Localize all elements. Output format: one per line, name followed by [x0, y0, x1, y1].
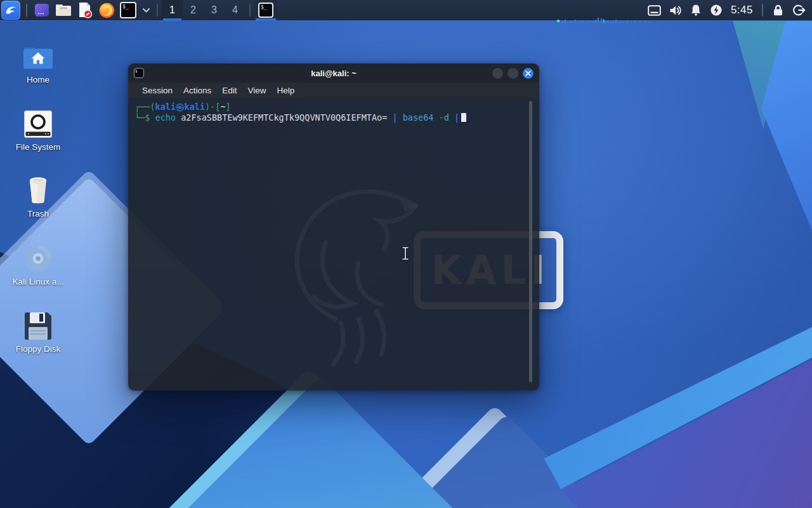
file-manager-launcher[interactable]: [55, 1, 72, 19]
desktop-icon-file-system[interactable]: File System: [5, 102, 71, 152]
terminal-icon: $_: [120, 2, 136, 18]
panel-separator: [249, 4, 251, 17]
workspace-3[interactable]: 3: [204, 0, 225, 20]
file-manager-icon: [55, 3, 72, 17]
kali-dragon-watermark: [265, 168, 429, 377]
command-argument: a2FsaSBBTEw9KEFMTCkgTk9QQVNTV0Q6IEFMTAo=: [181, 112, 387, 123]
menu-edit[interactable]: Edit: [222, 86, 237, 95]
command-base64: base64: [403, 112, 434, 123]
workspace-number: 3: [211, 4, 217, 16]
window-menubar: Session Actions Edit View Help: [128, 83, 539, 98]
workspace-number: 4: [232, 4, 238, 16]
power-manager-icon: [710, 4, 723, 17]
lock-screen-button[interactable]: [772, 4, 784, 17]
terminal-window: kali@kali: ~ $ Session Actions Edit View…: [128, 64, 539, 391]
menu-help[interactable]: Help: [277, 86, 295, 95]
menu-view[interactable]: View: [248, 86, 266, 95]
logout-icon: [792, 4, 806, 17]
command-echo: echo: [155, 112, 176, 123]
terminal-icon: $_: [258, 3, 273, 18]
text-editor-launcher[interactable]: [76, 1, 94, 19]
prompt-frame-close: ]: [226, 102, 231, 112]
appfinder-launcher[interactable]: [33, 1, 51, 19]
firefox-launcher[interactable]: [98, 1, 115, 19]
terminal-scrollbar[interactable]: [529, 101, 532, 382]
optical-disc-icon: [24, 243, 52, 272]
network-monitor-graph[interactable]: [557, 14, 658, 19]
panel-separator: [26, 4, 27, 17]
notifications-tray-button[interactable]: [690, 4, 702, 17]
desktop-icon-floppy[interactable]: Floppy Disk: [5, 304, 71, 354]
terminal-cursor: [461, 113, 466, 122]
chevron-down-icon: [143, 8, 150, 13]
prompt-line-1: ┌──(kali㉿kali)-[~]: [134, 102, 533, 112]
prompt-frame-mid: )-[: [205, 102, 220, 112]
workspace-number: 2: [190, 4, 196, 16]
desktop-icon-kali-cd[interactable]: Kali Linux a...: [5, 237, 71, 286]
maximize-button[interactable]: [508, 68, 518, 79]
prompt-path: ~: [220, 102, 225, 112]
window-terminal-icon: $: [134, 68, 144, 78]
terminal-content[interactable]: ┌──(kali㉿kali)-[~] └─$ echo a2FsaSBBTEw9…: [128, 98, 539, 391]
trash-bin-icon: [25, 175, 51, 204]
menu-session[interactable]: Session: [142, 86, 173, 95]
menu-actions[interactable]: Actions: [183, 86, 211, 95]
command-flag: -d: [439, 112, 449, 123]
desktop-icon-home[interactable]: Home: [5, 35, 71, 84]
minimize-button[interactable]: [492, 68, 503, 79]
ibeam-cursor: [401, 246, 410, 260]
volume-icon: [669, 4, 682, 17]
text-editor-icon: [77, 2, 93, 18]
prompt-line-2: └─$ echo a2FsaSBBTEw9KEFMTCkgTk9QQVNTV0Q…: [134, 112, 533, 123]
appfinder-icon: [34, 3, 49, 18]
pipe-operator: |: [392, 112, 397, 123]
power-manager-tray-button[interactable]: [710, 4, 723, 17]
kali-menu-icon: [4, 4, 17, 17]
pipe-operator: |: [454, 112, 459, 123]
desktop-icon-label: Floppy Disk: [16, 344, 61, 354]
desktop-icon-trash[interactable]: Trash: [5, 169, 71, 218]
desktop-icon-label: Trash: [27, 209, 49, 218]
terminal-launcher[interactable]: $_: [119, 1, 137, 19]
prompt-frame-open: ┌──(: [134, 102, 155, 112]
workspace-number: 1: [169, 4, 175, 16]
notifications-bell-icon: [690, 4, 702, 17]
window-titlebar[interactable]: kali@kali: ~ $: [128, 64, 539, 83]
close-button[interactable]: [523, 68, 534, 79]
prompt-user: kali㉿kali: [155, 102, 206, 112]
close-icon: [525, 70, 531, 76]
volume-tray-button[interactable]: [669, 4, 682, 17]
logout-button[interactable]: [792, 4, 806, 17]
top-panel: $_ 1 2 3 4 $_: [0, 0, 812, 21]
desktop-icon-label: Kali Linux a...: [12, 277, 63, 286]
file-system-drive-icon: [24, 109, 52, 138]
desktop-icon-label: Home: [27, 75, 49, 84]
workspace-4[interactable]: 4: [225, 0, 246, 20]
prompt-symbol: └─$: [134, 112, 150, 123]
system-tray: 5:45: [648, 4, 812, 17]
window-title: kali@kali: ~: [128, 69, 539, 78]
workspace-1[interactable]: 1: [162, 0, 183, 20]
floppy-disk-icon: [25, 311, 51, 340]
home-folder-icon: [23, 41, 53, 70]
kali-menu-button[interactable]: [1, 1, 20, 20]
panel-separator: [762, 4, 763, 17]
panel-separator: [157, 4, 158, 17]
panel-clock[interactable]: 5:45: [731, 4, 753, 17]
workspace-2[interactable]: 2: [183, 0, 204, 20]
firefox-icon: [99, 3, 115, 18]
terminal-launcher-dropdown[interactable]: [141, 1, 151, 19]
taskbar-terminal-button[interactable]: $_: [254, 0, 277, 20]
desktop-icon-label: File System: [16, 142, 61, 152]
lock-icon: [772, 4, 784, 17]
